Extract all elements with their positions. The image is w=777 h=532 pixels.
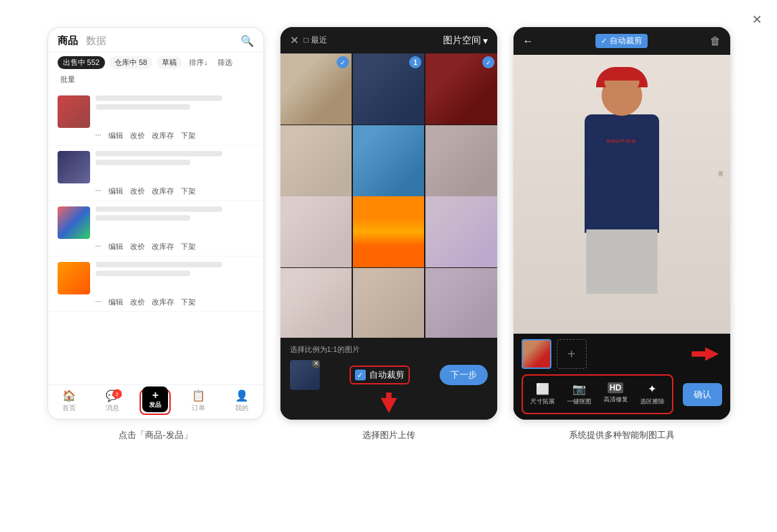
action-price-1[interactable]: 改价 [130,131,145,141]
auto-crop-highlight: ✓ 自动裁剪 [350,365,410,384]
selected-thumb-1: ✕ [290,360,320,390]
header-tabs: 商品 数据 [58,35,106,47]
nav-message[interactable]: 💬 消息 2 [91,389,134,415]
product-row-3 [58,206,254,239]
action-edit-3[interactable]: 编辑 [108,242,123,252]
picker-header: ✕ □ 最近 图片空间 ▾ [280,27,497,53]
picker-close-icon[interactable]: ✕ [290,34,299,47]
figure-face [604,81,639,94]
img-cell-11[interactable] [353,268,424,338]
selling-badge[interactable]: 出售中 552 [58,56,105,69]
action-stock-4[interactable]: 改库存 [152,297,174,307]
filter-link[interactable]: 筛选 [215,56,235,69]
check-icon: ✓ [601,37,607,45]
tools-confirm-row: ⬜ 尺寸拓展 📷 一键抠图 HD 高清修复 ✦ [522,374,722,414]
img-cell-3[interactable]: ✓ [425,53,497,125]
caption-2: 选择图片上传 [280,429,497,441]
action-down-1[interactable]: 下架 [181,131,196,141]
action-stock-3[interactable]: 改库存 [152,242,174,252]
confirm-button[interactable]: 确认 [683,383,722,406]
panels-row: 商品 数据 🔍 出售中 552 仓库中 58 草稿 排序↓ 筛选 批量 [41,27,736,420]
fab-publish-btn[interactable]: + 发品 [142,386,168,412]
nav-publish[interactable]: + 发品 [134,389,177,415]
action-more-2[interactable]: ··· [96,186,102,196]
product-actions-3: ··· 编辑 改价 改库存 下架 [58,239,254,252]
product-info-1 [96,95,254,113]
close-button[interactable]: ✕ [752,12,762,27]
nav-home-label: 首页 [62,403,76,413]
crop-panel: ← ✓ 自动裁剪 🗑 [513,27,730,420]
tab-data[interactable]: 数据 [86,35,106,47]
nav-order-label: 订单 [192,403,205,413]
nav-order[interactable]: 📋 订单 [177,389,220,415]
product-actions-4: ··· 编辑 改价 改库存 下架 [58,294,254,307]
action-more-4[interactable]: ··· [96,297,102,307]
action-down-2[interactable]: 下架 [181,186,196,196]
nav-mine[interactable]: 👤 我的 [220,389,264,415]
product-title-4 [96,262,222,267]
tool-hd-repair[interactable]: HD 高清修复 [599,378,633,410]
action-edit-2[interactable]: 编辑 [108,186,123,196]
action-edit-1[interactable]: 编辑 [108,131,123,141]
crop-delete-icon[interactable]: 🗑 [710,35,721,47]
picker-hint: 选择比例为1:1的图片 [290,345,488,355]
action-price-3[interactable]: 改价 [130,242,145,252]
nav-home[interactable]: 🏠 首页 [48,389,91,415]
crop-thumb-selected[interactable] [522,339,551,369]
action-down-4[interactable]: 下架 [181,297,196,307]
tool-size-expand[interactable]: ⬜ 尺寸拓展 [526,378,560,410]
img-cell-8[interactable] [353,196,424,267]
tools-highlight-box: ⬜ 尺寸拓展 📷 一键抠图 HD 高清修复 ✦ [522,374,673,414]
action-more-1[interactable]: ··· [96,131,102,141]
sort-link[interactable]: 排序↓ [186,56,211,69]
img-cell-5[interactable] [353,125,424,196]
publish-highlight: + 发品 [140,389,171,415]
img-cell-1[interactable]: ✓ [280,53,352,125]
hd-repair-icon: HD [608,382,623,393]
action-down-3[interactable]: 下架 [181,242,196,252]
next-button[interactable]: 下一步 [440,365,488,385]
warehouse-badge[interactable]: 仓库中 58 [109,56,152,69]
crop-back-icon[interactable]: ← [523,35,534,47]
svg-rect-1 [386,393,392,399]
thumb-remove-icon[interactable]: ✕ [312,360,320,368]
message-badge: 2 [112,389,122,399]
recent-label[interactable]: □ 最近 [304,35,328,46]
img-cell-9[interactable] [425,196,497,267]
fab-plus-icon: + [152,390,159,401]
tab-goods[interactable]: 商品 [58,35,78,47]
draft-label[interactable]: 草稿 [156,56,182,69]
crop-title-text: 自动裁剪 [610,35,642,47]
crop-title-container: ✓ 自动裁剪 [534,34,710,48]
phone-header: 商品 数据 🔍 [48,28,264,52]
product-item-4: ··· 编辑 改价 改库存 下架 [48,257,264,312]
check-badge-3: ✓ [482,56,495,68]
phone-panel-1: 商品 数据 🔍 出售中 552 仓库中 58 草稿 排序↓ 筛选 批量 [47,27,264,420]
search-icon[interactable]: 🔍 [240,35,254,47]
action-stock-2[interactable]: 改库存 [152,186,174,196]
recent-text: □ 最近 [304,35,328,46]
selected-preview-row: ✕ ✓ 自动裁剪 下一步 [290,360,488,390]
img-cell-2[interactable]: 1 [353,53,424,125]
tool-erase[interactable]: ✦ 选区擦除 [635,378,669,410]
tool-cutout[interactable]: 📷 一键抠图 [562,378,596,410]
action-price-2[interactable]: 改价 [130,186,145,196]
auto-crop-checkbox[interactable]: ✓ [355,370,366,380]
action-more-3[interactable]: ··· [96,242,102,252]
img-cell-4[interactable] [280,125,352,196]
product-thumb-1 [58,95,90,128]
caption-3: 系统提供多种智能制图工具 [513,429,730,441]
img-cell-10[interactable] [280,268,352,338]
action-edit-4[interactable]: 编辑 [108,297,123,307]
crop-thumb-add[interactable]: + [557,339,587,369]
action-stock-1[interactable]: 改库存 [152,131,174,141]
action-price-4[interactable]: 改价 [130,297,145,307]
product-subtitle-2 [96,160,190,165]
img-cell-12[interactable] [425,268,497,338]
batch-link[interactable]: 批量 [58,73,78,86]
img-cell-7[interactable] [280,196,352,267]
img-cell-6[interactable] [425,125,497,196]
crop-image-area: NOUTIDA 天猫官方 [513,55,730,334]
picker-title-right[interactable]: 图片空间 ▾ [443,35,488,47]
product-list: ··· 编辑 改价 改库存 下架 [48,90,264,384]
